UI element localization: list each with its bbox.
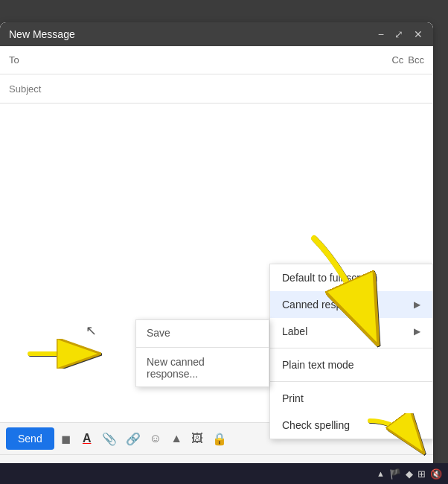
taskbar-volume-icon[interactable]: 🔇 — [430, 468, 442, 480]
taskbar-network-icon[interactable]: ⊞ — [417, 468, 426, 480]
chevron-right-icon: ▶ — [414, 299, 420, 310]
submenu-new-canned[interactable]: New canned response... — [136, 349, 269, 386]
text-color-icon[interactable]: A — [78, 429, 96, 448]
taskbar-dropbox-icon[interactable]: ◆ — [406, 468, 413, 480]
dropbox-icon[interactable]: ◼ — [57, 429, 75, 449]
cc-label[interactable]: Cc — [391, 54, 403, 66]
bcc-label[interactable]: Bcc — [408, 54, 424, 66]
taskbar-flag-icon[interactable]: 🏴 — [389, 468, 401, 480]
arrow-to-canned-response — [22, 339, 112, 369]
to-row: To Cc Bcc — [0, 46, 433, 74]
minimize-button[interactable]: − — [377, 29, 385, 39]
menu-divider-2 — [270, 381, 432, 382]
title-bar: New Message − ⤢ ✕ — [0, 22, 433, 46]
header-fields: To Cc Bcc — [0, 46, 433, 104]
arrow-to-more-options — [362, 413, 429, 458]
drive-icon[interactable]: ▲ — [167, 429, 185, 448]
subject-input[interactable] — [9, 83, 424, 95]
submenu-save[interactable]: Save — [136, 320, 269, 346]
chevron-right-icon-2: ▶ — [414, 326, 420, 337]
window-title: New Message — [9, 28, 75, 40]
emoji-icon[interactable]: ☺ — [147, 429, 164, 448]
to-label: To — [9, 54, 39, 66]
menu-item-print[interactable]: Print — [270, 385, 432, 412]
close-button[interactable]: ✕ — [412, 29, 424, 39]
subject-row — [0, 74, 433, 103]
lock-icon[interactable]: 🔒 — [209, 429, 230, 449]
arrow-to-canned-menu — [292, 231, 396, 350]
taskbar-expand-icon[interactable]: ▲ — [377, 469, 385, 478]
photo-icon[interactable]: 🖼 — [188, 429, 206, 448]
title-bar-controls: − ⤢ ✕ — [377, 29, 424, 39]
compose-window: New Message − ⤢ ✕ To Cc Bcc Send ◼ A 📎 🔗… — [0, 22, 433, 484]
menu-item-plain-text[interactable]: Plain text mode — [270, 351, 432, 378]
send-button[interactable]: Send — [6, 427, 54, 450]
submenu-divider — [136, 347, 269, 348]
attachment-icon[interactable]: 📎 — [99, 429, 120, 449]
to-input[interactable] — [39, 54, 388, 66]
taskbar: ▲ 🏴 ◆ ⊞ 🔇 — [0, 463, 448, 484]
link-icon[interactable]: 🔗 — [123, 429, 144, 449]
maximize-button[interactable]: ⤢ — [393, 29, 405, 39]
canned-responses-submenu: Save New canned response... — [135, 319, 269, 387]
